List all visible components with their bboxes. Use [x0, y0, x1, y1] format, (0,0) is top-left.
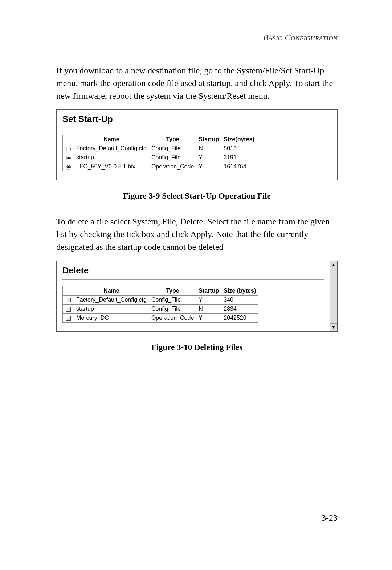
cell-name: LEO_50Y_V0.0.5.1.bix — [74, 162, 149, 171]
cell-startup: Y — [196, 153, 221, 162]
cell-startup: Y — [196, 313, 221, 322]
cell-size: 2042520 — [221, 313, 258, 322]
col-size: Size (bytes) — [221, 286, 258, 295]
scrollbar[interactable]: ▲ ▼ — [330, 261, 337, 331]
col-select — [63, 286, 74, 295]
radio-cell[interactable] — [63, 153, 74, 162]
cell-size: 1614764 — [221, 162, 257, 171]
cell-type: Operation_Code — [149, 162, 196, 171]
col-type: Type — [149, 135, 196, 144]
col-name: Name — [74, 286, 149, 295]
page-number: 3-23 — [322, 513, 338, 523]
cell-startup: N — [196, 304, 221, 313]
scroll-up-button[interactable]: ▲ — [330, 261, 337, 269]
scroll-down-button[interactable]: ▼ — [330, 323, 337, 331]
panel-title-set-startup: Set Start-Up — [62, 114, 331, 124]
running-head: Basic Configuration — [56, 33, 338, 42]
col-size: Size(bytes) — [221, 135, 257, 144]
radio-cell[interactable] — [63, 162, 74, 171]
checkbox-cell[interactable] — [63, 313, 74, 322]
table-row: Mercury_DC Operation_Code Y 2042520 — [63, 313, 258, 322]
table-row: Factory_Default_Config.cfg Config_File Y… — [63, 295, 258, 304]
cell-startup: Y — [196, 295, 221, 304]
cell-startup: Y — [196, 162, 221, 171]
paragraph-1: If you download to a new destination fil… — [56, 64, 338, 102]
radio-icon[interactable] — [66, 156, 71, 160]
cell-name: startup — [74, 304, 149, 313]
radio-icon[interactable] — [66, 165, 71, 170]
table-row: Factory_Default_Config.cfg Config_File N… — [63, 144, 257, 153]
cell-name: Factory_Default_Config.cfg — [74, 144, 149, 153]
cell-size: 3191 — [221, 153, 257, 162]
checkbox-icon[interactable] — [66, 316, 71, 321]
table-row: startup Config_File Y 3191 — [63, 153, 257, 162]
page: Basic Configuration If you download to a… — [0, 0, 392, 570]
checkbox-icon[interactable] — [66, 307, 71, 312]
col-startup: Startup — [196, 286, 221, 295]
col-type: Type — [149, 286, 196, 295]
cell-type: Config_File — [149, 304, 196, 313]
cell-size: 340 — [221, 295, 258, 304]
checkbox-cell[interactable] — [63, 295, 74, 304]
panel-rule — [62, 279, 324, 280]
col-select — [63, 135, 74, 144]
cell-size: 5013 — [221, 144, 257, 153]
delete-table: Name Type Startup Size (bytes) Factory_D… — [62, 286, 258, 323]
radio-cell[interactable] — [63, 144, 74, 153]
checkbox-cell[interactable] — [63, 304, 74, 313]
col-startup: Startup — [196, 135, 221, 144]
table-row: LEO_50Y_V0.0.5.1.bix Operation_Code Y 16… — [63, 162, 257, 171]
figure-set-startup: Set Start-Up Name Type Startup Size(byte… — [56, 109, 338, 180]
table-header-row: Name Type Startup Size(bytes) — [63, 135, 257, 144]
set-startup-table: Name Type Startup Size(bytes) Factory_De… — [62, 135, 257, 171]
table-row: startup Config_File N 2834 — [63, 304, 258, 313]
table-header-row: Name Type Startup Size (bytes) — [63, 286, 258, 295]
paragraph-2: To delete a file select System, File, De… — [56, 215, 338, 253]
figure-3-10-caption: Figure 3-10 Deleting Files — [56, 343, 338, 352]
figure-3-9-caption: Figure 3-9 Select Start-Up Operation Fil… — [56, 191, 338, 201]
figure-delete: Delete Name Type Startup Size (bytes) Fa… — [56, 261, 338, 332]
cell-type: Config_File — [149, 144, 196, 153]
radio-icon[interactable] — [66, 147, 71, 151]
scroll-thumb[interactable] — [330, 269, 337, 323]
cell-type: Config_File — [149, 153, 196, 162]
cell-startup: N — [196, 144, 221, 153]
cell-type: Config_File — [149, 295, 196, 304]
cell-name: startup — [74, 153, 149, 162]
col-name: Name — [74, 135, 149, 144]
chevron-up-icon: ▲ — [332, 263, 336, 267]
panel-rule — [62, 128, 331, 128]
checkbox-icon[interactable] — [66, 298, 71, 302]
panel-title-delete: Delete — [62, 265, 324, 276]
cell-type: Operation_Code — [149, 313, 196, 322]
chevron-down-icon: ▼ — [332, 325, 336, 329]
cell-name: Factory_Default_Config.cfg — [74, 295, 149, 304]
cell-name: Mercury_DC — [74, 313, 149, 322]
cell-size: 2834 — [221, 304, 258, 313]
